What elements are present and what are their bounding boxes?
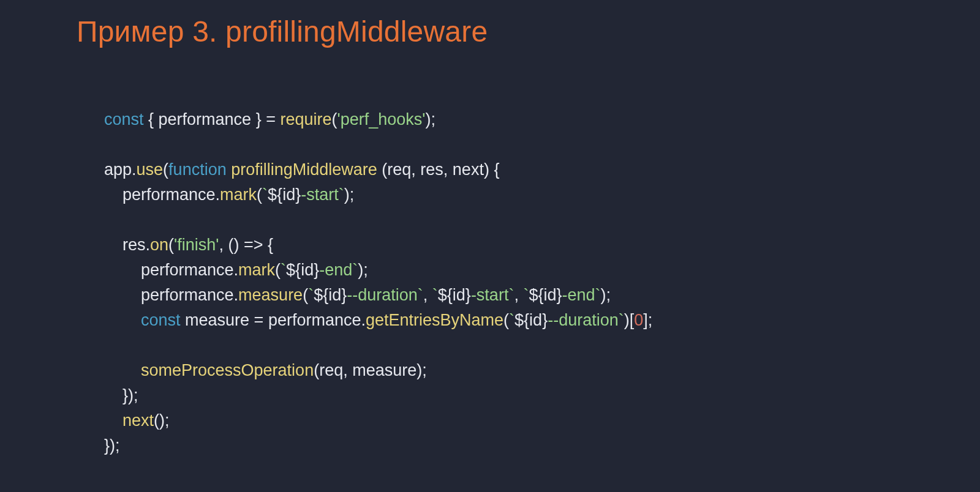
token-fn: measure [238,286,303,304]
token-string: -start [471,286,509,304]
token-text: (req, res, next) { [377,160,500,179]
token-backtick: ` [352,261,358,279]
token-text: ); [344,185,355,204]
token-text: ( [503,311,509,329]
token-pad [104,286,141,304]
token-pad [104,236,123,254]
code-block: const { performance } = require('perf_ho… [104,107,652,458]
token-text: ( [275,261,281,279]
token-pad [104,411,123,430]
token-fn: on [150,236,168,254]
token-number: 0 [634,311,643,329]
token-fn: mark [238,261,275,279]
code-line: performance.measure(`${id}--duration`, `… [104,286,611,304]
token-interp: ${id} [514,311,548,329]
token-interp: ${id} [529,286,562,304]
token-string: --duration [347,286,418,304]
token-text: , () => { [219,236,273,254]
token-text: { performance } = [144,110,281,129]
code-line: someProcessOperation(req, measure); [104,361,427,379]
token-text: , [514,286,523,304]
token-text: ( [257,185,262,204]
token-pad [104,361,141,379]
token-text: ( [163,160,168,179]
token-interp: ${id} [314,286,347,304]
code-line: next(); [104,411,170,430]
token-backtick: ` [281,261,286,279]
token-text: ( [168,236,174,254]
token-backtick: ` [418,286,423,304]
token-keyword: const [141,311,181,329]
token-fn: mark [220,185,257,204]
token-string: -end [319,261,352,279]
token-text: measure = performance. [181,311,366,329]
token-backtick: ` [308,286,314,304]
token-text: , [423,286,432,304]
token-text: )[ [624,311,635,329]
token-backtick: ` [339,185,344,204]
token-pad [104,261,141,279]
token-interp: ${id} [438,286,471,304]
code-line: const { performance } = require('perf_ho… [104,110,435,129]
token-string: -start [301,185,339,204]
token-string: 'finish' [174,236,219,254]
token-text: res. [123,236,150,254]
token-text: performance. [141,286,238,304]
token-backtick: ` [595,286,601,304]
token-fn: next [123,411,154,430]
token-backtick: ` [619,311,624,329]
code-line: }); [104,386,138,404]
token-text: ]; [643,311,652,329]
token-string: --duration [548,311,619,329]
token-text: }); [104,436,120,455]
token-fn: profillingMiddleware [231,160,377,179]
token-text: performance. [141,261,238,279]
token-string: -end [562,286,595,304]
code-line: }); [104,436,120,455]
token-text: ); [358,261,368,279]
token-backtick: ` [509,311,514,329]
code-line: const measure = performance.getEntriesBy… [104,311,652,329]
token-string: 'perf_hooks' [337,110,425,129]
token-text: ); [601,286,611,304]
token-fn: getEntriesByName [366,311,503,329]
token-fn: someProcessOperation [141,361,314,379]
code-line: app.use(function profillingMiddleware (r… [104,160,499,179]
token-backtick: ` [432,286,438,304]
token-pad [104,311,141,329]
token-interp: ${id} [268,185,301,204]
token-text: performance. [123,185,220,204]
token-text: ( [303,286,308,304]
token-text: (req, measure); [314,361,427,379]
code-line: performance.mark(`${id}-start`); [104,185,354,204]
slide-title: Пример 3. profillingMiddleware [77,15,488,48]
code-line: performance.mark(`${id}-end`); [104,261,368,279]
token-fn: require [280,110,331,129]
token-text: ); [425,110,435,129]
slide: Пример 3. profillingMiddleware const { p… [0,0,980,492]
token-text: (); [154,411,169,430]
token-pad [104,386,123,404]
token-text: }); [123,386,138,404]
token-backtick: ` [262,185,268,204]
token-fn: use [137,160,164,179]
token-interp: ${id} [286,261,319,279]
token-keyword: function [168,160,227,179]
token-keyword: const [104,110,144,129]
token-pad [104,185,123,204]
code-line: res.on('finish', () => { [104,236,273,254]
token-text: app. [104,160,137,179]
